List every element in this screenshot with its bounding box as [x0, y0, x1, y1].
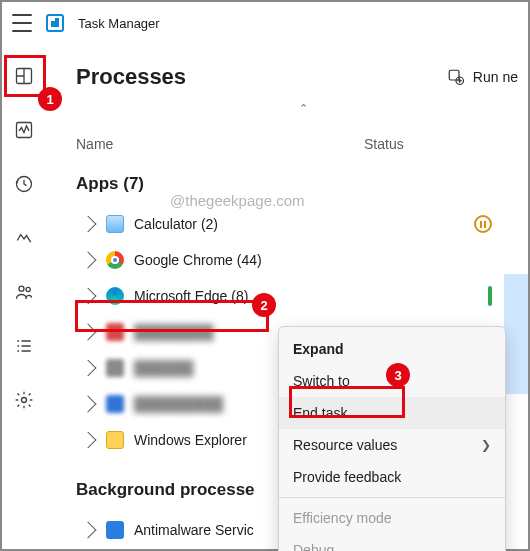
nav-settings[interactable]: [12, 388, 36, 412]
svg-point-5: [22, 398, 27, 403]
cm-debug: Debug: [279, 534, 505, 551]
column-name[interactable]: Name: [76, 136, 356, 152]
app-title: Task Manager: [78, 16, 160, 31]
calculator-icon: [106, 215, 124, 233]
cm-efficiency-mode: Efficiency mode: [279, 502, 505, 534]
chrome-icon: [106, 251, 124, 269]
cm-expand[interactable]: Expand: [279, 333, 505, 365]
nav-details[interactable]: [12, 334, 36, 358]
process-name: Google Chrome (44): [134, 252, 262, 268]
run-new-label: Run ne: [473, 69, 518, 85]
process-name: █████████: [134, 396, 223, 412]
nav-processes[interactable]: [12, 64, 36, 88]
status-efficiency: [488, 288, 492, 304]
process-row-edge[interactable]: Microsoft Edge (8): [76, 278, 530, 314]
section-apps: Apps (7): [76, 174, 530, 194]
process-name: Calculator (2): [134, 216, 218, 232]
titlebar: Task Manager: [0, 0, 530, 46]
column-status[interactable]: Status: [356, 136, 530, 152]
svg-point-4: [26, 287, 30, 291]
process-name: Microsoft Edge (8): [134, 288, 248, 304]
run-new-icon: [447, 68, 465, 86]
column-headers: Name Status: [76, 122, 530, 162]
expand-chevron-icon[interactable]: [80, 522, 97, 539]
hamburger-menu[interactable]: [12, 14, 32, 32]
process-name: ██████: [134, 360, 194, 376]
expand-chevron-icon[interactable]: [80, 252, 97, 269]
context-menu: Expand Switch to End task Resource value…: [278, 326, 506, 551]
leaf-icon: [488, 286, 492, 306]
cm-end-task[interactable]: End task: [279, 397, 505, 429]
cm-separator: [279, 497, 505, 498]
nav-startup[interactable]: [12, 226, 36, 250]
status-paused: [474, 215, 492, 233]
sidebar: [0, 46, 48, 551]
cm-label: Resource values: [293, 437, 397, 453]
svg-point-3: [19, 286, 24, 291]
submenu-arrow-icon: ❯: [481, 438, 491, 452]
nav-performance[interactable]: [12, 118, 36, 142]
svg-rect-6: [449, 70, 459, 80]
process-row-chrome[interactable]: Google Chrome (44): [76, 242, 530, 278]
process-name: ████████: [134, 324, 213, 340]
blurred-icon: [106, 395, 124, 413]
shield-icon: [106, 521, 124, 539]
expand-chevron-icon[interactable]: [80, 216, 97, 233]
expand-chevron-icon[interactable]: [80, 288, 97, 305]
process-name: Windows Explorer: [134, 432, 247, 448]
process-row-calculator[interactable]: Calculator (2): [76, 206, 530, 242]
expand-chevron-icon[interactable]: [80, 360, 97, 377]
edge-icon: [106, 287, 124, 305]
nav-users[interactable]: [12, 280, 36, 304]
sort-indicator[interactable]: ⌃: [76, 102, 530, 122]
pause-icon: [474, 215, 492, 233]
blurred-icon: [106, 359, 124, 377]
explorer-icon: [106, 431, 124, 449]
expand-chevron-icon[interactable]: [80, 396, 97, 413]
cm-provide-feedback[interactable]: Provide feedback: [279, 461, 505, 493]
process-name: Antimalware Servic: [134, 522, 254, 538]
page-title: Processes: [76, 64, 186, 90]
cm-resource-values[interactable]: Resource values ❯: [279, 429, 505, 461]
nav-app-history[interactable]: [12, 172, 36, 196]
expand-chevron-icon[interactable]: [80, 324, 97, 341]
cm-switch-to[interactable]: Switch to: [279, 365, 505, 397]
app-icon: [46, 14, 64, 32]
expand-chevron-icon[interactable]: [80, 432, 97, 449]
blurred-icon: [106, 323, 124, 341]
run-new-task-button[interactable]: Run ne: [447, 68, 518, 86]
